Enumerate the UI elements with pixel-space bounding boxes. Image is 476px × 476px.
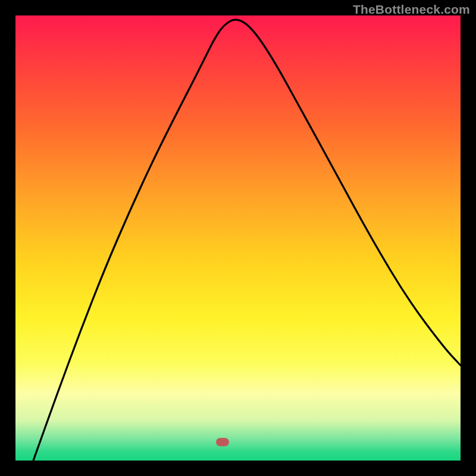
plot-area [15, 15, 461, 461]
watermark-text: TheBottleneck.com [353, 2, 470, 17]
optimum-marker [216, 438, 229, 446]
